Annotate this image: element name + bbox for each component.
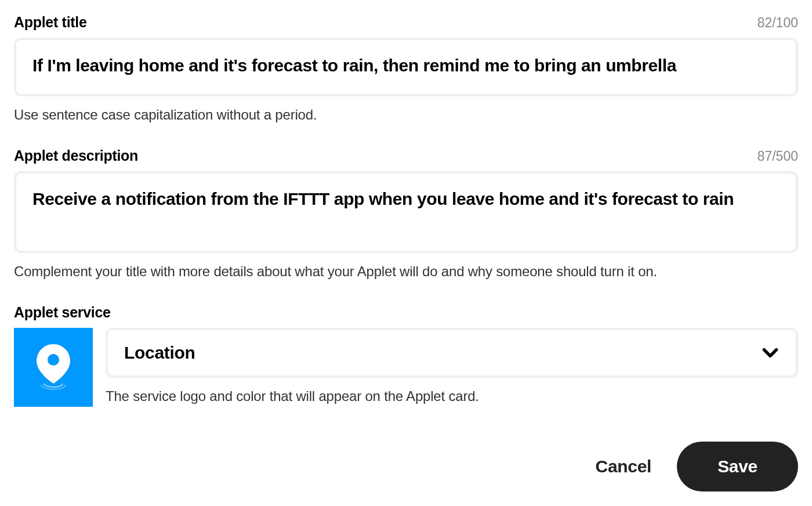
cancel-button[interactable]: Cancel [596,457,652,476]
description-input-wrap: Receive a notification from the IFTTT ap… [14,171,798,253]
applet-description-section: Applet description 87/500 Receive a noti… [14,147,798,280]
service-select[interactable]: Location [106,328,798,378]
description-helper: Complement your title with more details … [14,263,798,280]
title-input[interactable]: If I'm leaving home and it's forecast to… [16,40,796,92]
title-char-count: 82/100 [757,15,798,31]
title-helper: Use sentence case capitalization without… [14,107,798,123]
description-char-count: 87/500 [757,149,798,164]
service-label-row: Applet service [14,304,798,321]
save-button[interactable]: Save [677,442,798,491]
title-label-row: Applet title 82/100 [14,14,798,31]
button-row: Cancel Save [14,442,798,491]
service-right: Location The service logo and color that… [106,328,798,404]
description-input[interactable]: Receive a notification from the IFTTT ap… [16,174,796,248]
description-label-row: Applet description 87/500 [14,147,798,164]
service-helper: The service logo and color that will app… [106,388,798,404]
service-icon-box [14,328,93,407]
location-pin-icon [37,344,70,391]
service-select-value: Location [124,343,195,363]
title-label: Applet title [14,14,87,31]
service-row: Location The service logo and color that… [14,328,798,407]
svg-point-0 [48,354,59,366]
service-label: Applet service [14,304,111,321]
chevron-down-icon [761,344,780,362]
description-label: Applet description [14,147,138,164]
applet-service-section: Applet service Location The service logo… [14,304,798,407]
title-input-wrap: If I'm leaving home and it's forecast to… [14,38,798,96]
applet-title-section: Applet title 82/100 If I'm leaving home … [14,14,798,123]
